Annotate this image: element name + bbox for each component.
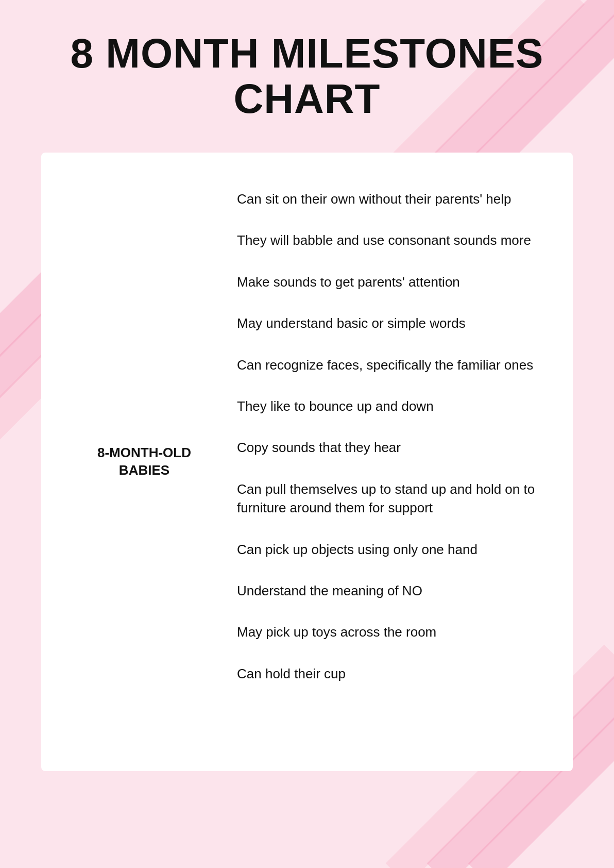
milestone-text-8: Can pull themselves up to stand up and h… (237, 480, 542, 518)
milestone-item-10: Understand the meaning of NO (237, 570, 542, 611)
milestone-item-5: Can recognize faces, specifically the fa… (237, 344, 542, 386)
milestone-text-1: Can sit on their own without their paren… (237, 190, 542, 208)
milestone-item-11: May pick up toys across the room (237, 611, 542, 653)
age-label-block: 8-MONTH-OLD BABIES (97, 444, 191, 479)
milestone-text-5: Can recognize faces, specifically the fa… (237, 356, 542, 374)
main-card: 8-MONTH-OLD BABIES Can sit on their own … (41, 153, 573, 771)
milestone-item-2: They will babble and use consonant sound… (237, 220, 542, 261)
milestone-text-3: Make sounds to get parents' attention (237, 273, 542, 291)
milestone-item-7: Copy sounds that they hear (237, 427, 542, 468)
milestone-text-10: Understand the meaning of NO (237, 581, 542, 600)
milestone-text-4: May understand basic or simple words (237, 314, 542, 332)
milestone-text-2: They will babble and use consonant sound… (237, 231, 542, 249)
milestone-text-6: They like to bounce up and down (237, 397, 542, 415)
milestone-item-6: They like to bounce up and down (237, 386, 542, 427)
milestone-item-12: Can hold their cup (237, 653, 542, 694)
milestone-text-7: Copy sounds that they hear (237, 438, 542, 457)
milestone-item-1: Can sit on their own without their paren… (237, 178, 542, 220)
title-line2: CHART (41, 76, 573, 122)
milestone-item-9: Can pick up objects using only one hand (237, 529, 542, 570)
milestone-text-11: May pick up toys across the room (237, 623, 542, 641)
age-label-line1: 8-MONTH-OLD (97, 444, 191, 462)
milestones-list: Can sit on their own without their paren… (237, 178, 542, 745)
milestone-text-9: Can pick up objects using only one hand (237, 540, 542, 559)
milestone-item-8: Can pull themselves up to stand up and h… (237, 469, 542, 529)
milestone-item-4: May understand basic or simple words (237, 303, 542, 344)
milestone-item-3: Make sounds to get parents' attention (237, 261, 542, 303)
milestone-text-12: Can hold their cup (237, 664, 542, 683)
age-label-line2: BABIES (97, 462, 191, 479)
title-line1: 8 MONTH MILESTONES (41, 31, 573, 76)
page-title: 8 MONTH MILESTONES CHART (0, 0, 614, 142)
left-section: 8-MONTH-OLD BABIES (72, 178, 216, 745)
